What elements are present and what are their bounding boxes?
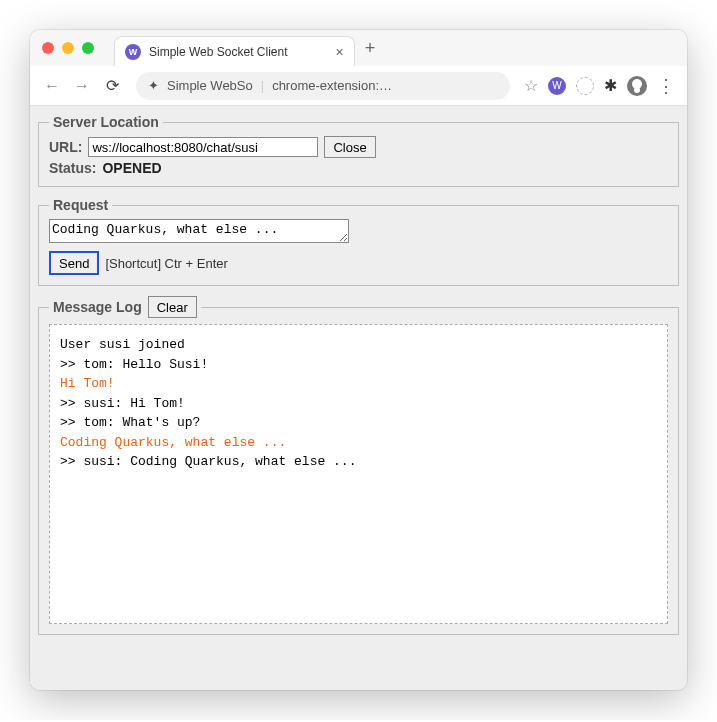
browser-menu-icon[interactable]: ⋮ <box>657 75 675 97</box>
clear-log-button[interactable]: Clear <box>148 296 197 318</box>
extensions-icon[interactable]: ✱ <box>604 76 617 95</box>
new-tab-button[interactable]: + <box>365 38 376 59</box>
status-value: OPENED <box>102 160 161 176</box>
browser-window: W Simple Web Socket Client × + ← → ⟳ ✦ S… <box>30 30 687 690</box>
close-window-button[interactable] <box>42 42 54 54</box>
profile-avatar[interactable] <box>627 76 647 96</box>
log-line: >> susi: Hi Tom! <box>60 394 657 414</box>
targets-icon[interactable] <box>576 77 594 95</box>
extension-icon: ✦ <box>148 78 159 93</box>
omnibox-ext-name: Simple WebSo <box>167 78 253 93</box>
close-connection-button[interactable]: Close <box>324 136 375 158</box>
minimize-window-button[interactable] <box>62 42 74 54</box>
window-controls <box>42 42 94 54</box>
request-body-input[interactable] <box>49 219 349 243</box>
message-log-legend-text: Message Log <box>53 299 142 315</box>
message-log-legend: Message Log Clear <box>49 296 201 318</box>
log-line: >> susi: Coding Quarkus, what else ... <box>60 452 657 472</box>
back-button[interactable]: ← <box>42 77 62 95</box>
tab-favicon: W <box>125 44 141 60</box>
browser-toolbar: ← → ⟳ ✦ Simple WebSo | chrome-extension:… <box>30 66 687 106</box>
log-line: Coding Quarkus, what else ... <box>60 433 657 453</box>
titlebar: W Simple Web Socket Client × + <box>30 30 687 66</box>
request-section: Request Send [Shortcut] Ctr + Enter <box>38 197 679 286</box>
log-line: User susi joined <box>60 335 657 355</box>
bookmark-icon[interactable]: ☆ <box>524 76 538 95</box>
log-line: Hi Tom! <box>60 374 657 394</box>
url-label: URL: <box>49 139 82 155</box>
maximize-window-button[interactable] <box>82 42 94 54</box>
server-location-legend: Server Location <box>49 114 163 130</box>
reload-button[interactable]: ⟳ <box>102 76 122 95</box>
send-button[interactable]: Send <box>49 251 99 275</box>
url-input[interactable] <box>88 137 318 157</box>
status-label: Status: <box>49 160 96 176</box>
close-tab-icon[interactable]: × <box>336 44 344 60</box>
extension-badge-icon[interactable]: W <box>548 77 566 95</box>
omnibox-url: chrome-extension:… <box>272 78 392 93</box>
browser-tab[interactable]: W Simple Web Socket Client × <box>114 36 355 66</box>
forward-button[interactable]: → <box>72 77 92 95</box>
server-location-section: Server Location URL: Close Status: OPENE… <box>38 114 679 187</box>
log-line: >> tom: What's up? <box>60 413 657 433</box>
request-legend: Request <box>49 197 112 213</box>
message-log-section: Message Log Clear User susi joined>> tom… <box>38 296 679 635</box>
log-line: >> tom: Hello Susi! <box>60 355 657 375</box>
shortcut-hint: [Shortcut] Ctr + Enter <box>105 256 227 271</box>
tab-title: Simple Web Socket Client <box>149 45 288 59</box>
omnibox[interactable]: ✦ Simple WebSo | chrome-extension:… <box>136 72 510 100</box>
message-log: User susi joined>> tom: Hello Susi!Hi To… <box>49 324 668 624</box>
page-content: Server Location URL: Close Status: OPENE… <box>30 106 687 690</box>
